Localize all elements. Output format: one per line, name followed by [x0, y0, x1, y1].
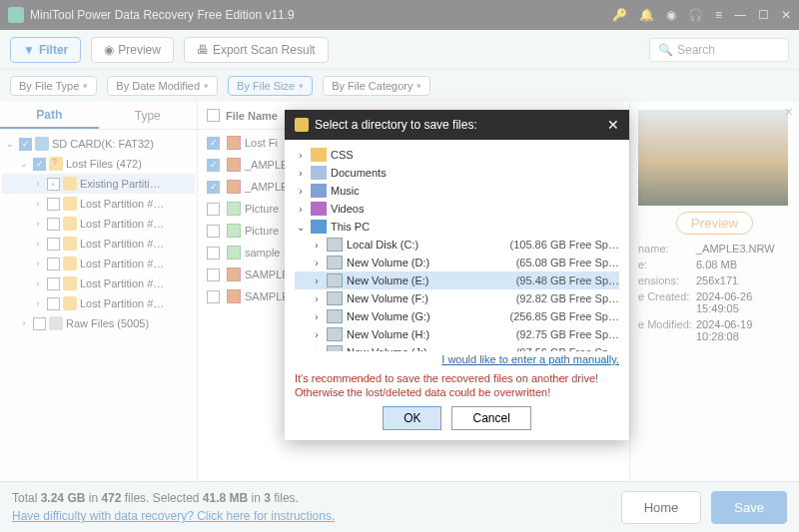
- directory-row[interactable]: ›Music: [295, 182, 619, 200]
- drive-icon: [327, 238, 343, 252]
- directory-row[interactable]: ›Local Disk (C:)(105.86 GB Free Sp…: [295, 236, 619, 254]
- chevron-icon[interactable]: ›: [295, 204, 307, 215]
- directory-label: Local Disk (C:): [347, 239, 510, 251]
- chevron-icon[interactable]: ›: [311, 347, 323, 352]
- directory-label: CSS: [331, 149, 619, 161]
- directory-label: New Volume (J:): [347, 346, 516, 351]
- directory-row[interactable]: ›CSS: [295, 146, 619, 164]
- video-icon: [311, 202, 327, 216]
- directory-label: New Volume (H:): [347, 328, 516, 340]
- directory-row[interactable]: ›New Volume (E:)(95.48 GB Free Sp…: [295, 271, 619, 289]
- save-directory-dialog: Select a directory to save files: ✕ ›CSS…: [285, 110, 629, 440]
- directory-row[interactable]: ›New Volume (H:)(92.75 GB Free Sp…: [295, 325, 619, 343]
- directory-tree[interactable]: ›CSS›Documents›Music›Videos⌄This PC›Loca…: [295, 146, 619, 351]
- chevron-icon[interactable]: ›: [295, 168, 307, 179]
- chevron-icon[interactable]: ›: [295, 186, 307, 197]
- directory-label: This PC: [331, 221, 619, 233]
- chevron-icon[interactable]: ›: [311, 293, 323, 304]
- directory-label: New Volume (E:): [347, 274, 516, 286]
- chevron-icon[interactable]: ›: [311, 240, 323, 251]
- free-space: (97.56 GB Free Sp…: [516, 346, 619, 351]
- drive-icon: [327, 291, 343, 305]
- directory-row[interactable]: ›Videos: [295, 200, 619, 218]
- free-space: (92.75 GB Free Sp…: [516, 328, 619, 340]
- directory-label: New Volume (F:): [347, 292, 516, 304]
- directory-row[interactable]: ›New Volume (G:)(256.85 GB Free Sp…: [295, 307, 619, 325]
- free-space: (95.48 GB Free Sp…: [516, 274, 619, 286]
- directory-row[interactable]: ›New Volume (J:)(97.56 GB Free Sp…: [295, 343, 619, 351]
- free-space: (105.86 GB Free Sp…: [510, 239, 619, 251]
- chevron-icon[interactable]: ›: [295, 150, 307, 161]
- chevron-icon[interactable]: ›: [311, 258, 323, 268]
- chevron-icon[interactable]: ›: [311, 311, 323, 322]
- folder-icon: [311, 148, 327, 162]
- drive-icon: [327, 345, 343, 351]
- dialog-icon: [295, 118, 309, 132]
- dialog-titlebar: Select a directory to save files: ✕: [285, 110, 629, 140]
- directory-row[interactable]: ›Documents: [295, 164, 619, 182]
- pc-icon: [311, 220, 327, 234]
- drive-icon: [327, 309, 343, 323]
- music-icon: [311, 184, 327, 198]
- dialog-close-icon[interactable]: ✕: [607, 117, 619, 133]
- directory-row[interactable]: ›New Volume (F:)(92.82 GB Free Sp…: [295, 289, 619, 307]
- directory-label: Documents: [331, 167, 619, 179]
- directory-label: New Volume (D:): [347, 257, 516, 268]
- directory-row[interactable]: ⌄This PC: [295, 218, 619, 236]
- directory-label: New Volume (G:): [347, 310, 510, 322]
- free-space: (65.08 GB Free Sp…: [516, 257, 619, 268]
- doc-icon: [311, 166, 327, 180]
- free-space: (92.82 GB Free Sp…: [516, 292, 619, 304]
- chevron-icon[interactable]: ›: [311, 275, 323, 286]
- directory-label: Music: [331, 185, 619, 197]
- cancel-button[interactable]: Cancel: [451, 406, 530, 430]
- ok-button[interactable]: OK: [383, 406, 441, 430]
- manual-path-link[interactable]: I would like to enter a path manually.: [441, 353, 619, 365]
- drive-icon: [327, 327, 343, 341]
- dialog-title: Select a directory to save files:: [315, 118, 477, 132]
- chevron-icon[interactable]: ›: [311, 329, 323, 340]
- directory-row[interactable]: ›New Volume (D:)(65.08 GB Free Sp…: [295, 254, 619, 271]
- drive-icon: [327, 273, 343, 287]
- free-space: (256.85 GB Free Sp…: [510, 310, 619, 322]
- drive-icon: [327, 256, 343, 269]
- directory-label: Videos: [331, 203, 619, 215]
- warning-text: It's recommended to save the recovered f…: [295, 371, 619, 400]
- chevron-icon[interactable]: ⌄: [295, 222, 307, 233]
